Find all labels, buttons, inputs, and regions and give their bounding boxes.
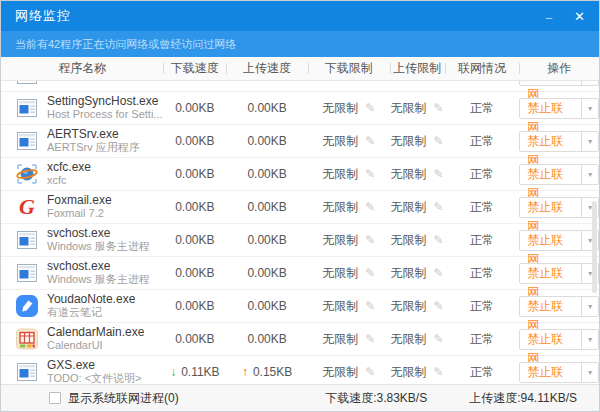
net-status-cell: 正常 — [445, 81, 520, 91]
download-speed-value: 0.00KB — [175, 81, 214, 82]
download-speed-cell: 0.00KB — [163, 92, 226, 124]
program-name: SettingSyncHost.exe — [47, 95, 163, 108]
edit-upload-limit-icon[interactable] — [434, 81, 444, 82]
action-cell: 禁止联网 — [519, 323, 599, 355]
close-icon[interactable] — [574, 8, 585, 24]
download-speed-cell: 0.00KB — [163, 257, 226, 289]
edit-upload-limit-icon[interactable] — [434, 365, 444, 379]
upload-limit-cell: 无限制 — [390, 158, 445, 190]
block-network-button[interactable]: 禁止联网 — [520, 231, 581, 250]
download-limit-value: 无限制 — [322, 265, 358, 282]
upload-speed-value: 0.00KB — [247, 134, 286, 148]
block-network-button[interactable]: 禁止联网 — [520, 330, 581, 349]
block-network-button[interactable]: 禁止联网 — [520, 198, 581, 217]
edit-download-limit-icon[interactable] — [365, 81, 375, 82]
upload-limit-value: 无限制 — [391, 100, 427, 117]
download-limit-cell: 无限制 — [308, 92, 390, 124]
download-speed-cell: 0.00KB — [163, 81, 226, 91]
block-network-dropdown[interactable] — [581, 81, 598, 85]
program-name: xcfc.exe — [47, 161, 91, 174]
edit-upload-limit-icon[interactable] — [434, 332, 444, 346]
block-network-dropdown[interactable] — [581, 132, 598, 151]
edit-upload-limit-icon[interactable] — [434, 134, 444, 148]
edit-upload-limit-icon[interactable] — [434, 101, 444, 115]
block-network-button[interactable]: 禁止联网 — [520, 99, 581, 118]
action-cell: 禁止联网 — [519, 224, 599, 256]
upload-limit-value: 无限制 — [391, 81, 427, 84]
download-speed-value: 0.00KB — [175, 101, 214, 115]
table-viewport[interactable]: Windows 服务主进程 0.00KB 0.00KB 无限制 无限制 — [1, 81, 599, 384]
program-desc: TODO: <文件说明> — [47, 372, 142, 384]
table-row: svchost.exe Windows 服务主进程 0.00KB 0.00KB … — [1, 224, 599, 257]
block-network-dropdown[interactable] — [581, 99, 598, 118]
vertical-scrollbar-thumb[interactable] — [592, 201, 597, 293]
block-network-button[interactable]: 禁止联网 — [520, 297, 581, 316]
action-cell: 禁止联网 — [519, 290, 599, 322]
edit-download-limit-icon[interactable] — [365, 233, 375, 247]
edit-download-limit-icon[interactable] — [365, 200, 375, 214]
block-network-button-group: 禁止联网 — [519, 230, 599, 251]
show-system-processes-checkbox[interactable] — [49, 392, 61, 404]
block-network-dropdown[interactable] — [581, 330, 598, 349]
program-icon — [15, 96, 39, 120]
upload-limit-cell: 无限制 — [390, 125, 445, 157]
program-cell: CalendarMain.exe CalendarUI — [1, 323, 163, 355]
download-limit-cell: 无限制 — [308, 290, 390, 322]
upload-limit-cell: 无限制 — [390, 290, 445, 322]
program-name: Foxmail.exe — [47, 194, 112, 207]
upload-limit-cell: 无限制 — [390, 92, 445, 124]
block-network-button[interactable]: 禁止联网 — [520, 264, 581, 283]
net-status-cell: 正常 — [445, 224, 520, 256]
upload-speed-cell: 0.00KB — [226, 125, 308, 157]
edit-download-limit-icon[interactable] — [365, 101, 375, 115]
edit-upload-limit-icon[interactable] — [434, 299, 444, 313]
download-speed-cell: 0.00KB — [163, 191, 226, 223]
edit-download-limit-icon[interactable] — [365, 332, 375, 346]
program-cell: xcfc.exe xcfc — [1, 158, 163, 190]
status-bar: 显示系统联网进程(0) 下载速度:3.83KB/S 上传速度:94.11KB/S — [1, 384, 599, 411]
block-network-dropdown[interactable] — [581, 363, 598, 382]
edit-upload-limit-icon[interactable] — [434, 200, 444, 214]
download-speed-cell: 0.00KB — [163, 224, 226, 256]
upload-limit-value: 无限制 — [391, 298, 427, 315]
download-limit-cell: 无限制 — [308, 81, 390, 91]
edit-download-limit-icon[interactable] — [365, 167, 375, 181]
upload-speed-cell: 0.00KB — [226, 158, 308, 190]
edit-upload-limit-icon[interactable] — [434, 233, 444, 247]
block-network-dropdown[interactable] — [581, 297, 598, 316]
download-limit-value: 无限制 — [322, 331, 358, 348]
download-limit-value: 无限制 — [322, 166, 358, 183]
upload-limit-value: 无限制 — [391, 364, 427, 381]
upload-speed-cell: 0.00KB — [226, 191, 308, 223]
download-limit-value: 无限制 — [322, 232, 358, 249]
upload-speed-cell: 0.15KB — [226, 356, 308, 384]
table-row: Windows 服务主进程 0.00KB 0.00KB 无限制 无限制 — [1, 81, 599, 92]
download-limit-cell: 无限制 — [308, 323, 390, 355]
block-network-button[interactable]: 禁止联网 — [520, 363, 581, 382]
edit-upload-limit-icon[interactable] — [434, 167, 444, 181]
program-name: svchost.exe — [47, 260, 150, 273]
upload-speed-value: 0.00KB — [247, 101, 286, 115]
program-text: Windows 服务主进程 — [47, 81, 150, 82]
upload-arrow-icon — [242, 366, 248, 378]
block-network-button[interactable]: 禁止联网 — [520, 165, 581, 184]
block-network-button[interactable]: 禁止联网 — [520, 132, 581, 151]
notice-text: 当前有42程序正在访问网络或曾经访问过网络 — [15, 37, 236, 52]
block-network-button[interactable]: 禁止联网 — [520, 81, 581, 85]
download-limit-value: 无限制 — [322, 133, 358, 150]
net-status-value: 正常 — [470, 166, 494, 183]
edit-download-limit-icon[interactable] — [365, 134, 375, 148]
program-name: AERTSrv.exe — [47, 128, 140, 141]
upload-speed-cell: 0.00KB — [226, 92, 308, 124]
edit-download-limit-icon[interactable] — [365, 365, 375, 379]
program-name: YoudaoNote.exe — [47, 293, 135, 306]
block-network-button-group: 禁止联网 — [519, 296, 599, 317]
block-network-dropdown[interactable] — [581, 165, 598, 184]
header-download-speed: 下载速度 — [163, 57, 226, 80]
program-icon — [15, 81, 39, 87]
edit-upload-limit-icon[interactable] — [434, 266, 444, 280]
edit-download-limit-icon[interactable] — [365, 299, 375, 313]
minimize-icon[interactable] — [546, 8, 552, 24]
edit-download-limit-icon[interactable] — [365, 266, 375, 280]
download-arrow-icon — [170, 366, 176, 378]
